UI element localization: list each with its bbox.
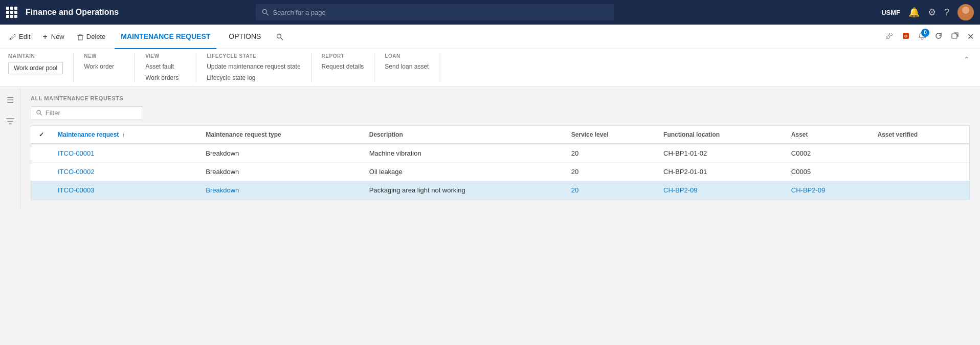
row-id: ITCO-00002: [52, 163, 199, 181]
lifecycle-log-link[interactable]: Lifecycle state log: [207, 73, 300, 82]
action-toolbar: Edit + New Delete MAINTENANCE REQUEST OP…: [0, 25, 980, 49]
svg-point-2: [962, 7, 969, 14]
svg-point-0: [262, 10, 266, 14]
row-service-level: 20: [565, 181, 657, 200]
filter-row: [31, 106, 970, 119]
col-description: Description: [363, 126, 565, 144]
ribbon-group-loan-items: Send loan asset: [385, 62, 429, 71]
help-icon[interactable]: ?: [944, 7, 949, 18]
row-description: Machine vibration: [363, 144, 565, 163]
asset-fault-link[interactable]: Asset fault: [145, 62, 186, 71]
tab-maintenance-request[interactable]: MAINTENANCE REQUEST: [115, 25, 216, 49]
collapse-ribbon-button[interactable]: ⌃: [962, 53, 972, 66]
service-level-link: 20: [571, 186, 578, 194]
app-title: Finance and Operations: [26, 8, 119, 17]
settings-icon[interactable]: ⚙: [928, 7, 936, 18]
search-button-toolbar[interactable]: [271, 30, 288, 44]
svg-line-1: [266, 13, 269, 15]
table-row[interactable]: ITCO-00001 Breakdown Machine vibration 2…: [31, 144, 969, 163]
svg-rect-12: [952, 34, 957, 38]
row-functional-location: CH-BP2-01-01: [657, 163, 785, 181]
row-asset: CH-BP2-09: [785, 181, 872, 200]
ribbon-group-loan: LOAN Send loan asset: [385, 53, 439, 82]
work-order-link[interactable]: Work order: [84, 62, 114, 71]
ribbon-area: MAINTAIN Work order pool NEW Work order …: [0, 49, 980, 87]
ribbon-group-loan-title: LOAN: [385, 53, 429, 59]
search-bar[interactable]: [256, 4, 614, 20]
notification-badge-button[interactable]: 0: [916, 30, 928, 44]
filter-icon[interactable]: [4, 115, 16, 130]
request-details-link[interactable]: Request details: [322, 62, 364, 71]
send-loan-asset-link[interactable]: Send loan asset: [385, 62, 429, 71]
row-asset: C0002: [785, 144, 872, 163]
ribbon-group-view-title: VIEW: [145, 53, 186, 59]
row-type: Breakdown: [199, 181, 363, 200]
table-row[interactable]: ITCO-00002 Breakdown Oil leakage 20 CH-B…: [31, 163, 969, 181]
request-id-link[interactable]: ITCO-00001: [58, 149, 95, 157]
toolbar-search-icon: [276, 33, 283, 40]
row-service-level: 20: [565, 163, 657, 181]
row-type-link: Breakdown: [206, 186, 239, 194]
ribbon-group-view-items: Asset fault Work orders: [145, 62, 186, 82]
search-input[interactable]: [273, 9, 607, 16]
table-header: ✓ Maintenance request ↑ Maintenance requ…: [31, 126, 969, 144]
col-asset: Asset: [785, 126, 872, 144]
work-orders-link[interactable]: Work orders: [145, 73, 186, 82]
ribbon-group-lifecycle: LIFECYCLE STATE Update maintenance reque…: [207, 53, 311, 82]
toolbar-right-actions: O 0 ✕: [883, 30, 976, 44]
row-type: Breakdown: [199, 163, 363, 181]
office-button[interactable]: O: [900, 30, 912, 44]
functional-location-link[interactable]: CH-BP2-09: [663, 186, 697, 194]
row-type: Breakdown: [199, 144, 363, 163]
row-description: Packaging area light not working: [363, 181, 565, 200]
ribbon-collapse: ⌃: [962, 53, 972, 82]
row-id: ITCO-00001: [52, 144, 199, 163]
notification-icon[interactable]: 🔔: [908, 7, 920, 18]
svg-line-9: [886, 38, 887, 39]
ribbon-group-report: REPORT Request details: [322, 53, 375, 82]
filter-input-wrap: [31, 106, 143, 119]
new-button[interactable]: + New: [37, 29, 69, 45]
notification-badge: 0: [921, 29, 929, 37]
apps-grid-icon[interactable]: [6, 7, 17, 18]
asset-link[interactable]: CH-BP2-09: [791, 186, 825, 194]
refresh-button[interactable]: [932, 30, 945, 44]
col-service-level: Service level: [565, 126, 657, 144]
col-maintenance-request[interactable]: Maintenance request ↑: [52, 126, 199, 144]
svg-text:O: O: [904, 34, 907, 38]
data-table: ✓ Maintenance request ↑ Maintenance requ…: [31, 125, 970, 200]
svg-rect-4: [78, 35, 82, 40]
ribbon-group-new: NEW Work order: [84, 53, 135, 82]
sort-arrow: ↑: [122, 132, 125, 138]
ribbon-group-lifecycle-title: LIFECYCLE STATE: [207, 53, 300, 59]
table-row-selected[interactable]: ITCO-00003 Breakdown Packaging area ligh…: [31, 181, 969, 200]
edit-button[interactable]: Edit: [4, 30, 35, 44]
filter-input[interactable]: [46, 109, 138, 117]
svg-line-15: [40, 114, 42, 115]
user-avatar[interactable]: [957, 4, 974, 20]
pin-button[interactable]: [883, 30, 896, 44]
ribbon-group-new-items: Work order: [84, 62, 124, 71]
ribbon-group-new-title: NEW: [84, 53, 124, 59]
office-icon: O: [902, 32, 910, 40]
maintenance-requests-table: ✓ Maintenance request ↑ Maintenance requ…: [31, 126, 969, 200]
nav-right: USMF 🔔 ⚙ ?: [881, 4, 974, 20]
ribbon-group-maintain-items: Work order pool: [8, 62, 63, 74]
popout-button[interactable]: [949, 30, 961, 44]
request-id-link[interactable]: ITCO-00003: [58, 186, 95, 194]
delete-button[interactable]: Delete: [72, 30, 111, 44]
col-type: Maintenance request type: [199, 126, 363, 144]
close-icon: ✕: [967, 32, 974, 41]
work-order-pool-button[interactable]: Work order pool: [8, 62, 63, 74]
request-id-link[interactable]: ITCO-00002: [58, 168, 95, 176]
delete-icon: [77, 33, 84, 40]
update-maintenance-link[interactable]: Update maintenance request state: [207, 62, 300, 71]
filter-search-icon: [36, 110, 42, 116]
close-button[interactable]: ✕: [965, 30, 976, 44]
tab-options[interactable]: OPTIONS: [222, 25, 267, 49]
row-functional-location: CH-BP2-09: [657, 181, 785, 200]
row-check: [31, 181, 52, 200]
hamburger-icon[interactable]: ☰: [5, 93, 16, 107]
ribbon-group-view: VIEW Asset fault Work orders: [145, 53, 196, 82]
row-description: Oil leakage: [363, 163, 565, 181]
